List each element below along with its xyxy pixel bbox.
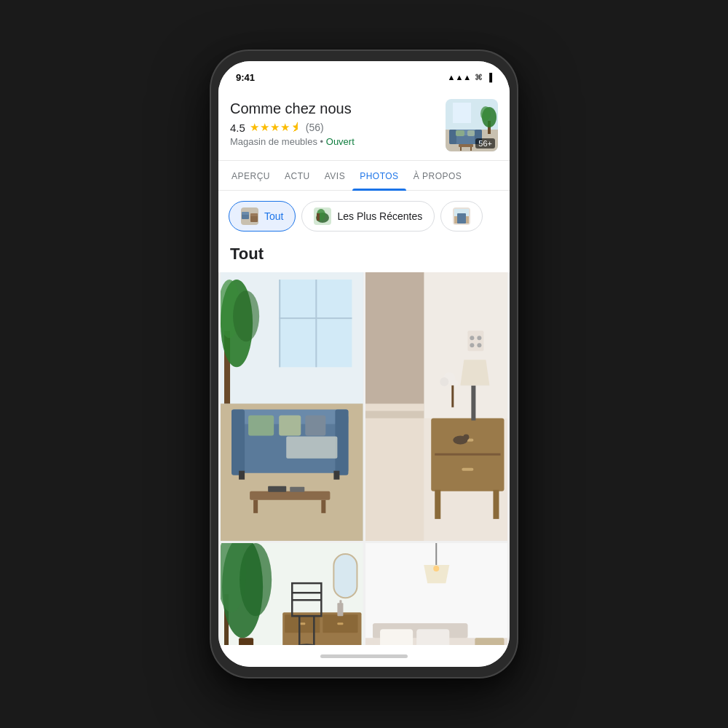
business-thumbnail[interactable]: 56+	[446, 99, 498, 151]
svg-rect-45	[248, 415, 274, 435]
status-bar: 9:41 ▲▲▲ ⌘ ▐	[218, 61, 510, 87]
svg-rect-23	[317, 213, 320, 221]
chip-tout-icon	[241, 207, 258, 225]
star-3: ★	[270, 121, 280, 134]
chip-interieur-icon	[453, 207, 470, 225]
svg-rect-51	[321, 500, 325, 513]
tab-apropos[interactable]: À PROPOS	[406, 161, 470, 190]
nightstand-svg	[365, 272, 508, 541]
svg-rect-33	[315, 280, 317, 367]
tab-photos[interactable]: PHOTOS	[352, 161, 405, 190]
photo-bedroom[interactable]	[365, 543, 508, 645]
svg-rect-14	[470, 147, 472, 151]
business-header: Comme chez nous 4.5 ★ ★ ★ ★ ⯨ (56)	[218, 87, 510, 161]
svg-rect-48	[286, 437, 337, 459]
svg-rect-64	[365, 411, 424, 418]
svg-rect-17	[242, 212, 249, 215]
chip-tout[interactable]: Tout	[229, 201, 296, 232]
stars: ★ ★ ★ ★ ⯨	[250, 121, 301, 134]
rating-number: 4.5	[230, 122, 245, 134]
svg-rect-49	[250, 491, 330, 500]
svg-rect-12	[459, 144, 473, 147]
svg-rect-27	[457, 213, 466, 223]
svg-rect-13	[460, 147, 462, 151]
star-2: ★	[260, 121, 269, 134]
svg-rect-69	[435, 490, 440, 519]
svg-rect-71	[471, 385, 475, 420]
signal-icon: ▲▲▲	[448, 73, 472, 82]
bedroom-svg	[365, 543, 508, 645]
rating-row: 4.5 ★ ★ ★ ★ ⯨ (56)	[230, 121, 437, 134]
nav-tabs: APERÇU ACTU AVIS PHOTOS À PROPOS	[218, 161, 510, 191]
chip-recentes-label: Les Plus Récentes	[337, 210, 422, 222]
photo-count-badge: 56+	[475, 138, 495, 149]
star-1: ★	[250, 121, 259, 134]
chip-recentes[interactable]: Les Plus Récentes	[301, 201, 435, 232]
svg-rect-32	[279, 280, 280, 367]
photo-grid	[218, 272, 510, 645]
photo-nightstand[interactable]	[365, 272, 508, 541]
status-icons: ▲▲▲ ⌘ ▐	[448, 73, 492, 82]
svg-point-38	[233, 290, 259, 341]
svg-rect-5	[449, 130, 456, 144]
section-title: Tout	[218, 239, 510, 272]
svg-rect-97	[333, 554, 357, 598]
svg-rect-66	[435, 454, 500, 456]
tab-avis[interactable]: AVIS	[317, 161, 352, 190]
chip-recentes-icon	[314, 207, 331, 225]
open-status: Ouvert	[326, 136, 355, 147]
photo-desk[interactable]	[221, 543, 363, 645]
bottom-bar	[218, 645, 510, 667]
svg-rect-109	[416, 629, 449, 645]
svg-point-58	[470, 343, 474, 347]
business-type: Magasin de meubles • Ouvert	[230, 136, 437, 147]
tab-apercu[interactable]: APERÇU	[224, 161, 277, 190]
svg-rect-34	[279, 317, 352, 319]
filter-chips: Tout Les Plus Récentes	[218, 191, 510, 239]
svg-rect-108	[380, 629, 413, 645]
living-room-svg	[221, 272, 363, 541]
svg-rect-70	[493, 490, 499, 519]
dot-sep: •	[320, 136, 326, 147]
svg-marker-72	[460, 360, 489, 385]
category-label: Magasin de meubles	[230, 136, 317, 147]
star-half: ⯨	[290, 121, 301, 134]
svg-point-78	[463, 435, 469, 440]
phone-frame: 9:41 ▲▲▲ ⌘ ▐ Comme chez nous 4.5 ★ ★	[211, 51, 517, 677]
wifi-icon: ⌘	[475, 73, 483, 82]
svg-rect-99	[339, 600, 341, 604]
svg-rect-56	[467, 331, 483, 351]
svg-rect-41	[232, 409, 245, 475]
svg-rect-76	[451, 385, 454, 407]
chip-tout-label: Tout	[264, 210, 283, 222]
svg-rect-43	[239, 471, 245, 480]
svg-rect-19	[250, 213, 258, 216]
svg-rect-68	[462, 468, 473, 471]
svg-rect-90	[337, 622, 343, 625]
chip-interieur[interactable]	[440, 201, 483, 232]
photo-living-room[interactable]	[221, 272, 363, 541]
svg-rect-50	[253, 500, 258, 513]
phone-screen: 9:41 ▲▲▲ ⌘ ▐ Comme chez nous 4.5 ★ ★	[218, 61, 510, 667]
desk-svg	[221, 543, 363, 645]
svg-rect-115	[475, 638, 504, 645]
svg-point-105	[433, 566, 439, 571]
svg-rect-46	[279, 415, 301, 435]
svg-point-9	[480, 106, 491, 121]
svg-rect-98	[337, 603, 343, 616]
home-indicator	[320, 654, 408, 658]
main-content: Comme chez nous 4.5 ★ ★ ★ ★ ⯨ (56)	[218, 87, 510, 645]
svg-point-74	[440, 377, 448, 386]
svg-rect-63	[365, 403, 424, 540]
battery-icon: ▐	[486, 73, 492, 82]
svg-point-57	[470, 336, 474, 340]
business-info: Comme chez nous 4.5 ★ ★ ★ ★ ⯨ (56)	[230, 99, 437, 147]
svg-point-84	[240, 543, 272, 616]
svg-point-60	[477, 343, 481, 347]
review-count: (56)	[306, 122, 324, 133]
svg-rect-2	[453, 103, 471, 123]
svg-point-59	[477, 336, 481, 340]
svg-rect-47	[305, 415, 325, 435]
svg-rect-52	[268, 486, 286, 492]
tab-actu[interactable]: ACTU	[277, 161, 317, 190]
